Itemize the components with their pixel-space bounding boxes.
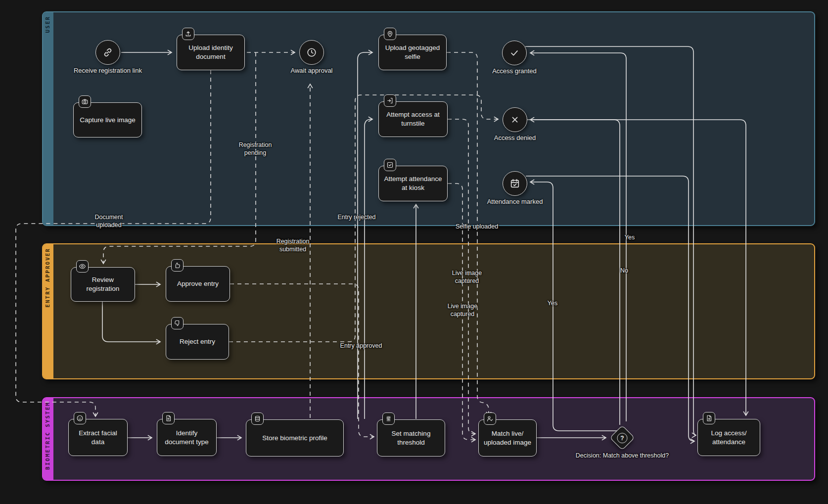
task-badge-extract-facial: [74, 412, 86, 424]
clock-icon: [306, 47, 317, 58]
upload-icon: [184, 30, 192, 38]
sliders-icon: [385, 415, 392, 422]
edge-label-registration-pending: Registration pending: [230, 141, 280, 157]
task-badge-attempt-turnstile: [384, 94, 396, 107]
task-label: Reject entry: [180, 337, 215, 346]
event-label-access-denied: Access denied: [480, 134, 550, 142]
event-label-await-approval: Await approval: [277, 67, 346, 75]
edge-label-live-image-captured-1: Live image captured: [447, 269, 487, 285]
task-label: Store biometric profile: [262, 434, 327, 443]
task-badge-approve-entry: [171, 259, 184, 272]
task-label: Set matching threshold: [381, 429, 441, 447]
task-label: Identify document type: [161, 429, 212, 446]
edge-label-yes-attendance: Yes: [548, 299, 557, 307]
task-label: Attempt access at turnstile: [383, 110, 443, 128]
task-log-access[interactable]: Log access/ attendance: [697, 419, 760, 456]
task-store-profile[interactable]: Store biometric profile: [246, 419, 344, 457]
event-label-receive-link: Receive registration link: [66, 67, 150, 75]
task-identify-document[interactable]: Identify document type: [157, 419, 217, 456]
thumbs-up-icon: [174, 262, 181, 269]
database-icon: [254, 415, 261, 422]
edge-label-entry-rejected: Entry rejected: [337, 213, 375, 221]
file-plus-icon: [705, 414, 713, 422]
task-badge-match-live: [484, 412, 496, 425]
task-match-live[interactable]: Match live/ uploaded image: [478, 419, 537, 457]
task-badge-identify-document: [162, 412, 175, 424]
camera-icon: [81, 98, 89, 105]
task-badge-reject-entry: [171, 317, 184, 329]
event-access-granted[interactable]: [502, 41, 527, 65]
x-icon: [509, 114, 520, 125]
task-badge-set-matching: [382, 412, 395, 425]
event-receive-link[interactable]: [95, 40, 120, 65]
smiley-icon: [76, 414, 84, 422]
edge-label-no-denied: No: [620, 267, 628, 275]
check-icon: [509, 47, 520, 58]
task-badge-log-access: [703, 412, 715, 424]
link-icon: [102, 47, 113, 58]
task-label: Upload geotagged selfie: [383, 44, 442, 61]
task-label: Approve entry: [177, 279, 219, 288]
map-pin-icon: [386, 30, 394, 38]
event-label-access-granted: Access granted: [480, 67, 549, 75]
event-attendance-marked[interactable]: [503, 171, 527, 196]
file-text-icon: [165, 414, 172, 422]
task-label: Capture live image: [80, 116, 136, 125]
edge-label-registration-submitted: Registration submitted: [267, 237, 319, 253]
edge-label-document-uploaded: Document uploaded: [88, 213, 130, 229]
task-badge-capture-live: [79, 95, 91, 108]
task-badge-store-profile: [251, 412, 264, 425]
eye-icon: [79, 263, 86, 270]
task-label: Attempt attendance at kiosk: [383, 175, 443, 192]
edge-label-yes-granted: Yes: [625, 233, 635, 241]
login-icon: [386, 97, 394, 104]
event-label-attendance-marked: Attendance marked: [473, 198, 557, 206]
calendar-check-icon: [509, 178, 520, 189]
task-label: Review registration: [75, 275, 131, 293]
task-label: Extract facial data: [73, 429, 123, 446]
task-badge-attempt-kiosk: [384, 159, 396, 171]
task-label: Log access/ attendance: [702, 429, 756, 446]
task-label: Upload identity document: [181, 44, 240, 61]
edge-label-entry-approved: Entry approved: [340, 342, 382, 350]
task-set-matching[interactable]: Set matching threshold: [377, 419, 445, 457]
thumbs-down-icon: [174, 320, 181, 327]
question-icon: ?: [617, 433, 628, 443]
edge-label-live-image-captured-2: Live image captured: [442, 302, 483, 318]
event-await-approval[interactable]: [299, 40, 324, 65]
task-badge-upload-identity: [182, 28, 194, 40]
event-access-denied[interactable]: [503, 107, 527, 132]
decision-question-label: Decision: Match above threshold?: [576, 452, 669, 459]
task-badge-review-registration: [76, 260, 89, 273]
task-extract-facial[interactable]: Extract facial data: [68, 419, 128, 456]
person-check-icon: [486, 415, 494, 422]
check-square-icon: [386, 161, 394, 169]
task-label: Match live/ uploaded image: [483, 429, 532, 447]
edge-label-selfie-uploaded: Selfie uploaded: [456, 223, 498, 230]
diagram-canvas: Document uploaded Registration pending R…: [0, 0, 828, 504]
task-badge-upload-selfie: [384, 28, 396, 40]
